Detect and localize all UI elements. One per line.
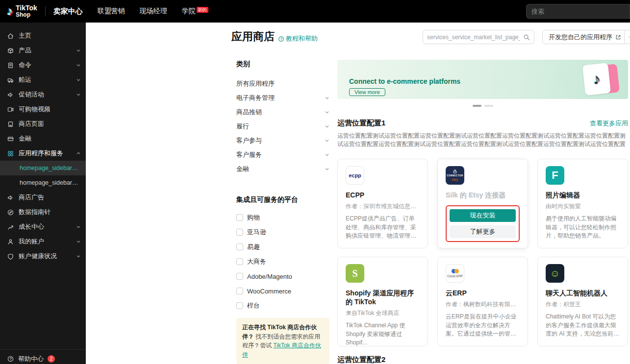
banner-view-more-button[interactable]: View more [349, 88, 385, 96]
app-card-chat-ai-bot[interactable]: ☺ 聊天人工智能机器人 作者：积世王 Chattimely AI Bot 可以为… [537, 257, 628, 346]
sidebar-item-shop-pages[interactable]: 商店页面 [0, 117, 86, 131]
platform-checkbox-item[interactable]: 桿台 [236, 298, 329, 313]
checkbox[interactable] [236, 258, 243, 265]
platforms-heading: 集成且可服务的平台 [236, 195, 329, 204]
app-name: 云ERP [446, 289, 520, 297]
help-circle-icon: ? [278, 36, 284, 42]
shield-icon [7, 253, 14, 260]
category-item-fulfillment[interactable]: 履行 [236, 119, 329, 133]
app-search-box[interactable] [423, 30, 534, 44]
smiley-icon: ☺ [550, 268, 560, 279]
app-description: ECPP提供产品广告、订单处理、商品和库存管理、采购供应链管理、物流管理、售后管… [346, 215, 420, 240]
app-card-photo-editor[interactable]: F 照片编辑器 由时尚实验室 易于使用的人工智能驱动编辑器，可以让您轻松制作照片… [537, 159, 628, 248]
growth-chart-icon [7, 223, 14, 231]
sidebar-item-apps-and-services[interactable]: 应用程序和服务 [0, 146, 86, 161]
question-circle-icon [7, 355, 14, 363]
category-item-ecommerce-management[interactable]: 电子商务管理 [236, 91, 329, 105]
category-item-finance[interactable]: 金融 [236, 162, 329, 176]
platform-checkbox-item[interactable]: 易趣 [236, 240, 329, 254]
topbar-search-input[interactable] [531, 8, 625, 15]
carousel-dot-active[interactable] [473, 105, 481, 107]
app-card-cloud-erp[interactable]: Cloud ERP 云ERP 作者：枫树数码科技有限公司 云ERP是旨在提升中小… [437, 257, 528, 346]
tutorials-help-link[interactable]: ? 教程和帮助 [278, 34, 318, 43]
sidebar-item-data-compass[interactable]: 数据指南针 [0, 205, 86, 219]
sidebar-item-products[interactable]: 产品 [0, 43, 86, 58]
filter-panel: 类别 所有应用程序 电子商务管理 商品推销 履行 客户参与 客户服务 [236, 60, 329, 364]
carousel-dot[interactable] [484, 105, 493, 107]
chevron-down-icon [325, 96, 329, 100]
red-highlight-annotation: 现在安装 了解更多 [446, 205, 520, 242]
sidebar-item-help-center[interactable]: 帮助中心 2 [0, 349, 86, 364]
platform-checkbox-item[interactable]: Adobe/Magento [236, 269, 329, 284]
sidebar-item-shoppable-videos[interactable]: 可购物视频 [0, 102, 86, 117]
sidebar-item-my-account[interactable]: 我的账户 [0, 234, 86, 249]
chevron-down-icon [325, 110, 329, 115]
sidebar-item-growth-center[interactable]: 成长中心 [0, 219, 86, 234]
view-more-apps-link[interactable]: 查看更多应用 [590, 119, 628, 128]
checkbox[interactable] [236, 229, 243, 236]
nav-affiliate-marketing[interactable]: 联盟营销 [98, 7, 125, 16]
topbar-search-box[interactable] [526, 4, 630, 19]
app-search-input[interactable] [427, 34, 520, 41]
promo-banner[interactable]: Connect to e-commerce platforms View mor… [337, 60, 628, 99]
sidebar-subitem-service-market[interactable]: homepage_sidebar_serv... [0, 175, 86, 190]
sidebar-item-promotions[interactable]: 促销活动 [0, 87, 86, 102]
category-item-all-apps[interactable]: 所有应用程序 [236, 76, 329, 91]
sidebar-item-shop-ads[interactable]: 商店广告 [0, 190, 86, 205]
nav-academy[interactable]: 学院新的 [182, 7, 208, 16]
category-item-customer-service[interactable]: 客户服务 [236, 147, 329, 162]
sidebar-item-home[interactable]: 主页 [0, 28, 86, 43]
truck-icon [7, 76, 14, 84]
tiktok-shop-logo[interactable]: ♪ TikTok Shop [7, 4, 37, 18]
platform-checkbox-item[interactable]: 大商务 [236, 254, 329, 269]
learn-more-button[interactable]: 了解更多 [450, 225, 516, 238]
chevron-down-icon [325, 124, 329, 129]
section-header: 运营位置配置1 查看更多应用 [337, 119, 628, 128]
checkbox[interactable] [236, 302, 243, 309]
platform-checkbox-item[interactable]: 购物 [236, 210, 329, 225]
app-author: 由时尚实验室 [546, 202, 620, 211]
sidebar-item-shipping[interactable]: 船运 [0, 73, 86, 87]
checkbox[interactable] [236, 214, 243, 221]
page-title: 应用商店 [231, 29, 275, 44]
app-author: 作者：枫树数码科技有限公司 [446, 300, 520, 309]
category-item-customer-engagement[interactable]: 客户参与 [236, 133, 329, 147]
apps-grid-icon [7, 150, 14, 157]
app-name: ECPP [346, 191, 420, 199]
platform-checkbox-item[interactable]: 亚马逊 [236, 225, 329, 240]
app-name: Silk 的 Etsy 连接器 [446, 191, 520, 199]
install-now-button[interactable]: 现在安装 [450, 209, 516, 222]
sidebar-subitem-service-market-selected[interactable]: homepage_sidebar_serv... [0, 161, 86, 175]
checkbox[interactable] [236, 273, 243, 280]
sidebar-item-orders[interactable]: 命令 [0, 58, 86, 73]
app-card-shopify[interactable]: S Shopify 渠道应用程序的 TikTok 来自TikTok 全球商店 T… [337, 257, 428, 346]
ads-megaphone-icon [7, 194, 14, 201]
checkbox[interactable] [236, 288, 243, 294]
cloud-erp-app-icon: Cloud ERP [446, 264, 464, 283]
nav-seller-center[interactable]: 卖家中心 [53, 7, 83, 16]
chevron-down-icon [76, 77, 81, 82]
chevron-down-icon [76, 224, 81, 229]
sidebar-item-account-health[interactable]: 账户健康状况 [0, 249, 86, 264]
tiktok-door-illustration: ♪ [582, 62, 617, 97]
product-box-icon [7, 47, 14, 54]
external-link-icon [615, 34, 621, 40]
app-card-etsy-connector[interactable]: CONNECTOR etsy Silk 的 Etsy 连接器 现在安装 了解更多 [437, 159, 528, 248]
app-card-ecpp[interactable]: ecpp ECPP 作者：深圳市维京城信息技术... ECPP提供产品广告、订单… [337, 159, 428, 248]
platform-checkbox-item[interactable]: WooCommerce [236, 284, 329, 298]
app-card-grid: ecpp ECPP 作者：深圳市维京城信息技术... ECPP提供产品广告、订单… [337, 159, 628, 346]
chevron-down-icon [76, 48, 81, 53]
app-name: 照片编辑器 [546, 191, 620, 199]
sidebar-item-finance[interactable]: 金融 [0, 131, 86, 146]
photo-editor-app-icon: F [546, 166, 564, 185]
category-item-merchandising[interactable]: 商品推销 [236, 105, 329, 119]
checkbox[interactable] [236, 243, 243, 250]
develop-own-app-button[interactable]: 开发您自己的应用程序 [542, 30, 628, 44]
sidebar: 主页 产品 命令 船运 促销活动 [0, 23, 86, 364]
ecpp-app-icon: ecpp [346, 166, 364, 185]
nav-live-manager[interactable]: 现场经理 [140, 7, 167, 16]
category-heading: 类别 [236, 60, 329, 69]
chevron-down-icon [76, 254, 81, 259]
more-actions-button[interactable]: + [624, 30, 630, 44]
video-icon [7, 106, 14, 113]
